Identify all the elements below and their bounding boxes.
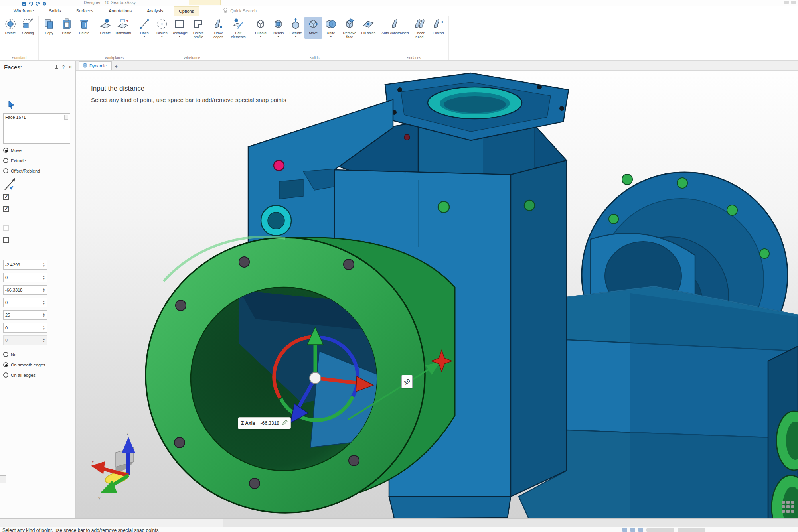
tool-extrude[interactable]: Extrude▾: [287, 17, 304, 39]
tool-scaling[interactable]: Scaling: [19, 17, 37, 39]
menu-tab-analysis[interactable]: Analysis: [142, 6, 168, 15]
numeric-field-3[interactable]: ▲▼: [3, 298, 47, 307]
tool-create-profile[interactable]: Create profile: [188, 17, 208, 43]
numeric-field-6[interactable]: ▲▼: [3, 335, 47, 345]
undo-icon[interactable]: [29, 0, 33, 5]
numeric-input-4[interactable]: [4, 311, 41, 319]
help-icon[interactable]: ?: [62, 65, 65, 70]
panel-collapse-button[interactable]: [0, 475, 6, 483]
numeric-field-4[interactable]: ▲▼: [3, 310, 47, 320]
axis-triad[interactable]: z x y: [91, 431, 135, 500]
numeric-input-2[interactable]: [4, 286, 41, 294]
title-right-controls[interactable]: [784, 1, 796, 4]
numeric-input-6[interactable]: [4, 336, 41, 345]
checkbox-row-0[interactable]: ✓: [3, 194, 9, 200]
tool-rotate[interactable]: Rotate: [2, 17, 19, 39]
save-icon[interactable]: [22, 0, 26, 5]
radio-no[interactable]: [3, 352, 8, 357]
checkbox-row-3[interactable]: [3, 237, 9, 243]
radio-move[interactable]: [3, 148, 8, 153]
menu-tab-solids[interactable]: Solids: [44, 6, 66, 15]
tool-move[interactable]: Move: [304, 17, 322, 39]
pin-icon[interactable]: [55, 65, 58, 70]
bottom-scroll-strip[interactable]: [0, 518, 798, 527]
tool-create[interactable]: Create: [97, 17, 114, 39]
menu-tab-wireframe[interactable]: Wireframe: [9, 6, 39, 15]
tool-delete[interactable]: Delete: [75, 17, 93, 39]
mode-option-offset-reblend[interactable]: Offset/Reblend: [3, 168, 40, 173]
dropdown-arrow-icon[interactable]: ▾: [144, 35, 145, 38]
edge-option-no[interactable]: No: [3, 352, 16, 357]
menu-tab-options[interactable]: Options: [174, 6, 199, 16]
dropdown-arrow-icon[interactable]: ▾: [295, 35, 296, 38]
tool-cuboid[interactable]: Cuboid▾: [252, 17, 269, 39]
tool-fill-holes[interactable]: Fill holes: [359, 17, 377, 39]
distance-badge[interactable]: 10: [401, 375, 413, 388]
new-tab-button[interactable]: +: [112, 63, 121, 70]
axis-distance-tooltip[interactable]: Z Axis -66.3318: [238, 417, 291, 429]
tool-lines[interactable]: Lines▾: [136, 17, 153, 39]
dropdown-arrow-icon[interactable]: ▾: [260, 35, 261, 38]
green-hole-dot[interactable]: [524, 200, 535, 211]
magenta-marker-dot[interactable]: [274, 160, 284, 171]
checkbox-2[interactable]: [3, 225, 9, 231]
tool-edit-elements[interactable]: Edit elements: [228, 17, 248, 43]
tab-dynamic[interactable]: Dynamic: [79, 61, 112, 70]
status-icon[interactable]: [622, 528, 627, 532]
edge-option-on-all-edges[interactable]: On all edges: [3, 372, 36, 378]
face-selection-list[interactable]: Face 1571: [3, 113, 70, 144]
spinner-5[interactable]: ▲▼: [41, 323, 47, 332]
mode-option-move[interactable]: Move: [3, 148, 22, 153]
tool-rectangle[interactable]: Rectangle▾: [171, 17, 189, 39]
spinner-3[interactable]: ▲▼: [41, 298, 47, 307]
viewport-grid-icon[interactable]: [782, 501, 794, 513]
dropdown-arrow-icon[interactable]: ▾: [179, 35, 180, 38]
checkbox-1[interactable]: ✓: [3, 206, 9, 212]
3d-scene[interactable]: z x y: [76, 71, 798, 518]
numeric-field-2[interactable]: ▲▼: [3, 285, 47, 295]
edge-option-on-smooth-edges[interactable]: On smooth edges: [3, 362, 45, 367]
tool-remove-face[interactable]: Remove face: [340, 17, 359, 43]
numeric-input-5[interactable]: [4, 323, 41, 332]
spinner-1[interactable]: ▲▼: [41, 273, 47, 282]
edit-pencil-icon[interactable]: [282, 420, 288, 427]
numeric-field-0[interactable]: ▲▼: [3, 260, 47, 270]
tool-extend[interactable]: Extend: [429, 17, 447, 39]
radio-on-smooth-edges[interactable]: [3, 362, 8, 367]
tool-draw-edges[interactable]: Draw edges: [208, 17, 228, 43]
checkbox-row-2[interactable]: [3, 225, 9, 231]
quick-search[interactable]: Quick Search: [223, 8, 257, 14]
radio-offset-reblend[interactable]: [3, 168, 8, 173]
radio-on-all-edges[interactable]: [3, 372, 8, 378]
tool-transform[interactable]: Transform: [114, 17, 132, 39]
tool-copy[interactable]: Copy: [40, 17, 58, 39]
checkbox-row-1[interactable]: ✓: [3, 206, 9, 212]
dropdown-arrow-icon[interactable]: ▾: [161, 35, 163, 38]
spinner-6[interactable]: ▲▼: [41, 336, 47, 345]
gizmo-center-sphere[interactable]: [310, 372, 321, 384]
tool-unite[interactable]: Unite▾: [322, 17, 340, 39]
radio-extrude[interactable]: [3, 158, 8, 163]
teal-ring[interactable]: [261, 205, 291, 236]
mode-option-extrude[interactable]: Extrude: [3, 158, 26, 163]
tool-blends[interactable]: Blends▾: [269, 17, 287, 39]
tool-paste[interactable]: Paste: [58, 17, 75, 39]
green-hole-dot[interactable]: [438, 201, 449, 213]
numeric-field-1[interactable]: ▲▼: [3, 273, 47, 282]
dropdown-arrow-icon[interactable]: ▾: [277, 35, 279, 38]
dropdown-arrow-icon[interactable]: ▾: [330, 35, 332, 38]
direction-axis-icon[interactable]: [3, 177, 17, 193]
list-item[interactable]: Face 1571: [4, 114, 70, 121]
menu-tab-surfaces[interactable]: Surfaces: [71, 6, 98, 15]
checkbox-3[interactable]: [3, 237, 9, 243]
numeric-input-3[interactable]: [4, 298, 41, 307]
checkbox-0[interactable]: ✓: [3, 194, 9, 200]
close-icon[interactable]: ✕: [69, 65, 72, 70]
status-icon[interactable]: [630, 528, 635, 532]
tool-linear-ruled[interactable]: Linear ruled: [409, 17, 429, 43]
spinner-4[interactable]: ▲▼: [41, 311, 47, 319]
status-icon[interactable]: [638, 528, 643, 532]
redo-icon[interactable]: [36, 0, 40, 5]
spinner-0[interactable]: ▲▼: [41, 260, 47, 269]
tool-circles[interactable]: Circles▾: [153, 17, 171, 39]
